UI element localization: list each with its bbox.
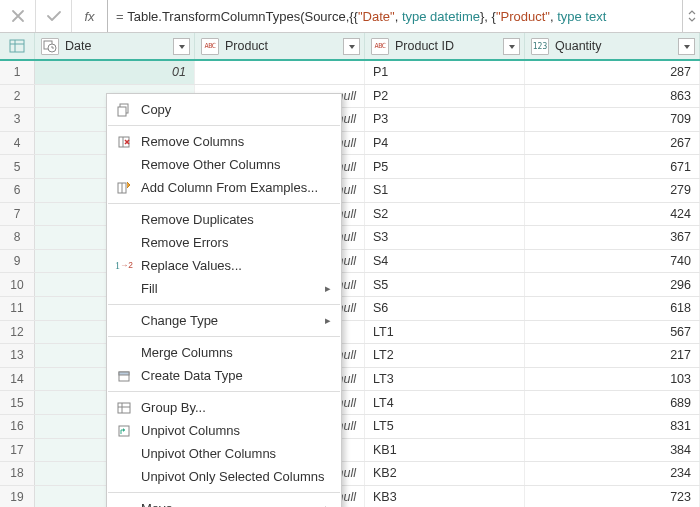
menu-remove-errors[interactable]: Remove Errors xyxy=(107,231,341,254)
cell-productid[interactable]: P2 xyxy=(365,85,525,108)
cell-productid[interactable]: S2 xyxy=(365,203,525,226)
row-number[interactable]: 12 xyxy=(0,321,35,344)
filter-dropdown[interactable] xyxy=(503,38,520,55)
filter-dropdown[interactable] xyxy=(343,38,360,55)
cell-productid[interactable]: P1 xyxy=(365,61,525,84)
menu-change-type[interactable]: Change Type▸ xyxy=(107,309,341,332)
menu-move[interactable]: Move▸ xyxy=(107,497,341,507)
table-row[interactable]: 15nullLT4689 xyxy=(0,391,700,415)
row-number[interactable]: 5 xyxy=(0,155,35,178)
table-row[interactable]: 12LT1567 xyxy=(0,321,700,345)
cell-quantity[interactable]: 287 xyxy=(525,61,700,84)
table-row[interactable]: 8nullS3367 xyxy=(0,226,700,250)
menu-add-column-from-examples[interactable]: Add Column From Examples... xyxy=(107,176,341,199)
number-type-icon[interactable]: 123 xyxy=(531,38,549,55)
column-header-date[interactable]: Date xyxy=(35,33,195,59)
cell-quantity[interactable]: 296 xyxy=(525,273,700,296)
row-number[interactable]: 4 xyxy=(0,132,35,155)
cell-productid[interactable]: S4 xyxy=(365,250,525,273)
commit-button[interactable] xyxy=(36,0,72,32)
menu-group-by[interactable]: Group By... xyxy=(107,396,341,419)
text-type-icon[interactable]: ABC xyxy=(201,38,219,55)
menu-merge-columns[interactable]: Merge Columns xyxy=(107,341,341,364)
row-number[interactable]: 1 xyxy=(0,61,35,84)
menu-remove-columns[interactable]: Remove Columns xyxy=(107,130,341,153)
cell-quantity[interactable]: 863 xyxy=(525,85,700,108)
column-header-product[interactable]: ABC Product xyxy=(195,33,365,59)
cell-quantity[interactable]: 689 xyxy=(525,391,700,414)
cell-productid[interactable]: LT1 xyxy=(365,321,525,344)
cell-productid[interactable]: KB3 xyxy=(365,486,525,507)
cell-quantity[interactable]: 671 xyxy=(525,155,700,178)
table-corner[interactable] xyxy=(0,33,35,59)
menu-copy[interactable]: Copy xyxy=(107,98,341,121)
cell-productid[interactable]: P3 xyxy=(365,108,525,131)
cell-productid[interactable]: LT2 xyxy=(365,344,525,367)
row-number[interactable]: 17 xyxy=(0,439,35,462)
menu-create-data-type[interactable]: Create Data Type xyxy=(107,364,341,387)
cell-productid[interactable]: KB1 xyxy=(365,439,525,462)
cell-quantity[interactable]: 279 xyxy=(525,179,700,202)
row-number[interactable]: 18 xyxy=(0,462,35,485)
cancel-button[interactable] xyxy=(0,0,36,32)
row-number[interactable]: 2 xyxy=(0,85,35,108)
table-row[interactable]: 6nullS1279 xyxy=(0,179,700,203)
row-number[interactable]: 15 xyxy=(0,391,35,414)
table-row[interactable]: 11nullS6618 xyxy=(0,297,700,321)
cell-productid[interactable]: P4 xyxy=(365,132,525,155)
table-row[interactable]: 101P1287 xyxy=(0,61,700,85)
table-row[interactable]: 3nullP3709 xyxy=(0,108,700,132)
row-number[interactable]: 9 xyxy=(0,250,35,273)
cell-quantity[interactable]: 831 xyxy=(525,415,700,438)
table-row[interactable]: 18nullnullKB2234 xyxy=(0,462,700,486)
cell-quantity[interactable]: 424 xyxy=(525,203,700,226)
cell-quantity[interactable]: 740 xyxy=(525,250,700,273)
menu-unpivot-selected-columns[interactable]: Unpivot Only Selected Columns xyxy=(107,465,341,488)
cell-productid[interactable]: S1 xyxy=(365,179,525,202)
cell-productid[interactable]: LT3 xyxy=(365,368,525,391)
cell-productid[interactable]: LT5 xyxy=(365,415,525,438)
cell-productid[interactable]: S6 xyxy=(365,297,525,320)
text-type-icon[interactable]: ABC xyxy=(371,38,389,55)
table-row[interactable]: 14nullLT3103 xyxy=(0,368,700,392)
cell-quantity[interactable]: 367 xyxy=(525,226,700,249)
table-row[interactable]: 16nullLT5831 xyxy=(0,415,700,439)
filter-dropdown[interactable] xyxy=(678,38,695,55)
cell-quantity[interactable]: 267 xyxy=(525,132,700,155)
row-number[interactable]: 16 xyxy=(0,415,35,438)
cell-productid[interactable]: S3 xyxy=(365,226,525,249)
cell-productid[interactable]: S5 xyxy=(365,273,525,296)
filter-dropdown[interactable] xyxy=(173,38,190,55)
menu-unpivot-other-columns[interactable]: Unpivot Other Columns xyxy=(107,442,341,465)
row-number[interactable]: 7 xyxy=(0,203,35,226)
cell-productid[interactable]: KB2 xyxy=(365,462,525,485)
cell-quantity[interactable]: 234 xyxy=(525,462,700,485)
table-row[interactable]: 9nullS4740 xyxy=(0,250,700,274)
row-number[interactable]: 11 xyxy=(0,297,35,320)
row-number[interactable]: 19 xyxy=(0,486,35,507)
menu-remove-other-columns[interactable]: Remove Other Columns xyxy=(107,153,341,176)
table-row[interactable]: 19nullnullKB3723 xyxy=(0,486,700,507)
row-number[interactable]: 14 xyxy=(0,368,35,391)
cell-quantity[interactable]: 709 xyxy=(525,108,700,131)
table-row[interactable]: 7nullS2424 xyxy=(0,203,700,227)
formula-scroll[interactable] xyxy=(682,0,700,32)
table-row[interactable]: 4nullP4267 xyxy=(0,132,700,156)
cell-date[interactable]: 01 xyxy=(35,61,195,84)
cell-productid[interactable]: LT4 xyxy=(365,391,525,414)
row-number[interactable]: 6 xyxy=(0,179,35,202)
row-number[interactable]: 13 xyxy=(0,344,35,367)
cell-quantity[interactable]: 103 xyxy=(525,368,700,391)
cell-product[interactable] xyxy=(195,61,365,84)
cell-quantity[interactable]: 217 xyxy=(525,344,700,367)
menu-replace-values[interactable]: 1→2Replace Values... xyxy=(107,254,341,277)
table-row[interactable]: 10nullS5296 xyxy=(0,273,700,297)
menu-remove-duplicates[interactable]: Remove Duplicates xyxy=(107,208,341,231)
cell-quantity[interactable]: 384 xyxy=(525,439,700,462)
cell-productid[interactable]: P5 xyxy=(365,155,525,178)
table-row[interactable]: 2nullP2863 xyxy=(0,85,700,109)
menu-fill[interactable]: Fill▸ xyxy=(107,277,341,300)
datetime-type-icon[interactable] xyxy=(41,38,59,55)
cell-quantity[interactable]: 567 xyxy=(525,321,700,344)
table-row[interactable]: 13nullLT2217 xyxy=(0,344,700,368)
